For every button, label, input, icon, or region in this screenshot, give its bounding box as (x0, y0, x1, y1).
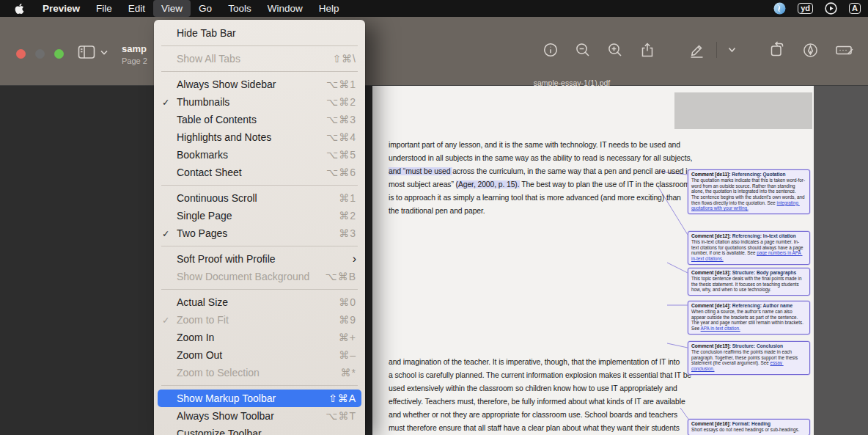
essay-line: effectively. Teachers must, therefore, b… (389, 395, 691, 409)
comment-box-de15[interactable]: Comment [de15]: Structure: Conclusion Th… (688, 341, 810, 375)
essay-line: most subject areas” (Ager, 2000, p. 15).… (389, 178, 692, 191)
comment-box-de13[interactable]: Comment [de13]: Structure: Body paragrap… (688, 268, 810, 296)
wave-status-icon[interactable] (773, 2, 786, 15)
comment-body: Short essays do not need headings or sub… (691, 427, 799, 432)
menubar-item-edit[interactable]: Edit (120, 0, 153, 17)
menu-item-show-document-background: Show Document Background ⌥⌘B (158, 268, 361, 285)
menu-item-show-all-tabs: Show All Tabs ⇧⌘\ (158, 50, 361, 67)
essay-line: understood in all subjects in the same w… (389, 152, 692, 165)
comment-category: Structure: Conclusion (732, 343, 783, 348)
window-title: samp (122, 43, 147, 54)
comment-id: Comment [de12]: (691, 233, 731, 238)
highlight-chevron-button[interactable] (720, 47, 744, 53)
menu-item-bookmarks[interactable]: Bookmarks ⌥⌘5 (158, 146, 361, 164)
apple-icon (15, 3, 24, 15)
comment-category: Referencing: In-text citation (732, 233, 796, 238)
menu-separator (161, 385, 358, 386)
menu-item-soft-proof-with-profile[interactable]: Soft Proof with Profile › (158, 250, 361, 268)
yd-status-badge[interactable]: yd (798, 3, 813, 14)
menu-separator (161, 45, 358, 46)
menubar-item-view[interactable]: View (153, 0, 191, 17)
close-window-button[interactable] (16, 49, 26, 59)
toolbar-divider (716, 42, 717, 58)
document-margin-right (814, 86, 868, 435)
comment-category: Referencing: Quotation (732, 172, 785, 177)
menubar-item-file[interactable]: File (88, 0, 120, 17)
screen: Preview File Edit View Go Tools Window H… (0, 0, 868, 435)
toolbar-tools (534, 41, 862, 59)
menubar-item-help[interactable]: Help (311, 0, 347, 17)
menu-item-table-of-contents[interactable]: Table of Contents ⌥⌘3 (158, 111, 361, 128)
pdf-page: important part of any lesson, and it is … (372, 86, 814, 435)
comment-link[interactable]: APA in-text citation. (701, 326, 740, 331)
minimize-window-button[interactable] (35, 49, 45, 59)
menu-item-highlights-and-notes[interactable]: Highlights and Notes ⌥⌘4 (158, 128, 361, 146)
essay-line: and imagination of the teacher. It is im… (389, 356, 691, 369)
comment-box-de11[interactable]: Comment [de11]: Referencing: Quotation T… (688, 169, 810, 214)
checkmark-icon: ✓ (162, 315, 177, 326)
chevron-down-icon (100, 50, 108, 55)
rotate-button[interactable] (760, 41, 794, 59)
essay-line: is to approach it as simply a learning t… (389, 191, 692, 205)
essay-line: and “must be used across the curriculum,… (389, 165, 692, 178)
comment-box-de14[interactable]: Comment [de14]: Referencing: Author name… (688, 301, 810, 335)
menu-item-continuous-scroll[interactable]: Continuous Scroll ⌘1 (158, 189, 361, 207)
menu-item-zoom-to-selection: Zoom to Selection ⌘* (158, 364, 361, 381)
comment-category: Structure: Body paragraphs (732, 270, 797, 275)
apple-menu[interactable] (0, 0, 34, 17)
essay-line: and whether or not they are appropriate … (389, 409, 691, 422)
share-button[interactable] (631, 42, 663, 58)
text-highlight: and “must be used (389, 167, 452, 175)
comment-id: Comment [de16]: (691, 421, 731, 426)
play-status-icon[interactable] (825, 2, 837, 15)
menu-item-two-pages[interactable]: ✓ Two Pages ⌘3 (158, 224, 361, 242)
submenu-arrow-icon: › (353, 252, 356, 266)
menu-separator (161, 289, 358, 290)
comment-box-de12[interactable]: Comment [de12]: Referencing: In-text cit… (688, 231, 810, 265)
zoom-out-button[interactable] (567, 42, 599, 58)
a-status-badge[interactable]: A (849, 3, 861, 14)
menu-item-contact-sheet[interactable]: Contact Sheet ⌥⌘6 (158, 164, 361, 181)
menu-item-always-show-sidebar[interactable]: Always Show Sidebar ⌥⌘1 (158, 76, 361, 93)
checkmark-icon: ✓ (162, 228, 177, 239)
menubar-item-tools[interactable]: Tools (220, 0, 260, 17)
menu-item-show-markup-toolbar[interactable]: Show Markup Toolbar ⇧⌘A (158, 390, 361, 407)
menu-item-customize-toolbar[interactable]: Customize Toolbar (158, 425, 361, 435)
view-menu-dropdown: Hide Tab Bar Show All Tabs ⇧⌘\ Always Sh… (154, 20, 365, 435)
page-gray-block (674, 92, 812, 129)
zoom-in-button[interactable] (599, 42, 631, 58)
comment-category: Format: Heading (732, 421, 770, 426)
menu-item-always-show-toolbar[interactable]: Always Show Toolbar ⌥⌘T (158, 407, 361, 425)
comment-body: This topic sentence deals with the final… (691, 276, 803, 292)
comment-category: Referencing: Author name (732, 303, 793, 308)
essay-paragraph-1: important part of any lesson, and it is … (389, 139, 692, 218)
menu-item-zoom-out[interactable]: Zoom Out ⌘– (158, 346, 361, 364)
markup-toolbar-button[interactable] (827, 42, 862, 58)
menubar-item-go[interactable]: Go (191, 0, 220, 17)
zoom-window-button[interactable] (54, 49, 64, 59)
essay-line: the traditional pen and paper. (389, 205, 692, 218)
comment-id: Comment [de13]: (691, 270, 731, 275)
menubar-item-preview[interactable]: Preview (34, 0, 88, 17)
menu-item-thumbnails[interactable]: ✓ Thumbnails ⌥⌘2 (158, 93, 361, 111)
menu-item-actual-size[interactable]: Actual Size ⌘0 (158, 293, 361, 311)
pen-nib-button[interactable] (794, 42, 827, 59)
comment-id: Comment [de11]: (691, 172, 731, 177)
window-controls (16, 49, 64, 59)
document-area: important part of any lesson, and it is … (0, 86, 868, 435)
menu-item-single-page[interactable]: Single Page ⌘2 (158, 207, 361, 224)
comment-id: Comment [de15]: (691, 343, 731, 348)
highlight-button[interactable] (680, 42, 713, 58)
checkmark-icon: ✓ (162, 97, 177, 108)
document-filename: sample-essay-1(1).pdf (480, 78, 663, 87)
menu-item-zoom-in[interactable]: Zoom In ⌘+ (158, 329, 361, 346)
menu-item-hide-tab-bar[interactable]: Hide Tab Bar (158, 24, 361, 42)
text-highlight: (Ager, 2000, p. 15). (456, 180, 520, 189)
menubar-item-window[interactable]: Window (260, 0, 311, 17)
comment-box-de16[interactable]: Comment [de16]: Format: Heading Short es… (688, 419, 810, 435)
sidebar-icon (78, 45, 95, 59)
info-button[interactable] (534, 42, 567, 58)
sidebar-toggle-button[interactable] (78, 45, 108, 59)
menu-item-zoom-to-fit: ✓ Zoom to Fit ⌘9 (158, 311, 361, 329)
essay-line: must therefore ensure that all staff hav… (389, 422, 691, 435)
